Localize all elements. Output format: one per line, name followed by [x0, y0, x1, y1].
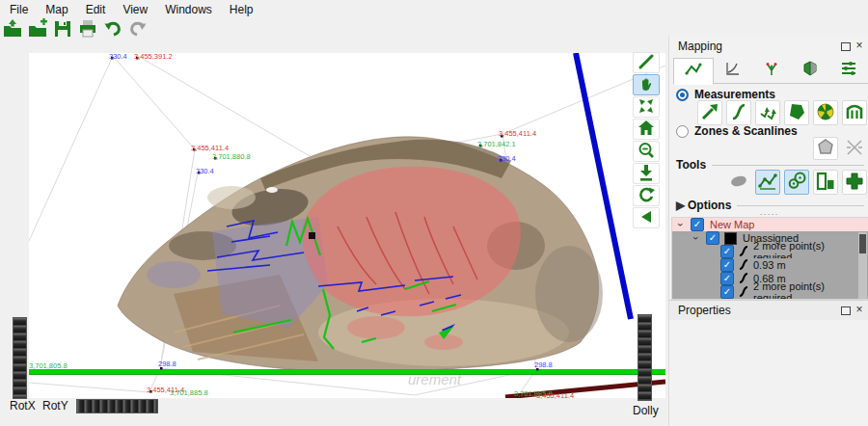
measurement-checkbox[interactable]: ✓: [720, 272, 734, 285]
new-map-checkbox[interactable]: ✓: [691, 218, 704, 231]
tree-row-new-map[interactable]: › ✓ New Map: [672, 218, 868, 231]
undo-button[interactable]: [101, 19, 124, 41]
disc-fit-button[interactable]: [813, 100, 838, 125]
layout-tool-button[interactable]: [813, 170, 838, 195]
rotate-view-button[interactable]: [633, 185, 660, 206]
tab-measurements[interactable]: [673, 58, 714, 85]
polygon-area-button[interactable]: [784, 100, 809, 125]
dolly-label: Dolly: [633, 404, 659, 417]
zones-label: Zones & Scanlines: [694, 124, 798, 138]
menu-help[interactable]: Help: [221, 1, 262, 18]
menu-windows[interactable]: Windows: [156, 1, 221, 18]
scanline-cross-button[interactable]: [842, 137, 867, 160]
section-tool-button[interactable]: [755, 170, 780, 195]
pencil-icon: [637, 52, 656, 74]
gears-icon: [786, 171, 807, 195]
tree-scrollbar[interactable]: [858, 232, 867, 299]
mapping-panel-header: Mapping ×: [669, 37, 868, 56]
redo-icon: [127, 18, 149, 42]
rotx-label: RotX: [10, 399, 36, 413]
measurements-radio-row[interactable]: Measurements: [676, 88, 775, 101]
home-icon: [637, 119, 656, 141]
pan-button[interactable]: [633, 74, 660, 95]
tab-stereonet[interactable]: [714, 58, 752, 84]
sliders-icon: [840, 60, 857, 81]
measurements-label: Measurements: [694, 88, 775, 101]
tab-model[interactable]: [791, 58, 829, 84]
tree-scrollbar-thumb[interactable]: [859, 234, 866, 253]
print-button[interactable]: [76, 19, 99, 41]
scanline-icon: [685, 61, 702, 82]
roty-label: RotY: [42, 399, 68, 413]
curve-measure-icon: [738, 245, 749, 259]
tree-row-measurement[interactable]: ✓ 0.93 m: [672, 258, 868, 272]
coord-label: 3,701,805.8: [29, 362, 68, 370]
menu-view[interactable]: View: [114, 1, 156, 18]
add-tool-button[interactable]: [842, 170, 867, 195]
float-panel-icon[interactable]: [841, 306, 851, 315]
zones-radio-row[interactable]: Zones & Scanlines: [676, 124, 798, 138]
crossed-lines-icon: [844, 137, 865, 161]
rectangles-icon: [815, 171, 836, 195]
zigzag-arrows-icon: [757, 101, 778, 125]
tab-settings[interactable]: [829, 58, 868, 84]
close-panel-icon[interactable]: ×: [854, 303, 865, 316]
coord-label: 298.8: [534, 361, 553, 369]
measurement-checkbox[interactable]: ✓: [720, 258, 734, 272]
tree-row-measurement[interactable]: ✓ 2 more point(s) required.: [672, 245, 868, 258]
redo-button[interactable]: [126, 19, 149, 41]
measurement-checkbox[interactable]: ✓: [720, 285, 734, 299]
dolly-slider[interactable]: [637, 314, 652, 401]
chevron-down-icon[interactable]: ›: [691, 233, 702, 243]
measurement-label: 0.93 m: [753, 259, 786, 271]
trace-curve-button[interactable]: [726, 100, 751, 125]
float-panel-icon[interactable]: [841, 42, 851, 51]
hand-icon: [637, 74, 656, 96]
ne-arrow-icon: [699, 101, 720, 125]
gray-pentagon-icon: [815, 137, 836, 161]
rotxy-slider[interactable]: [76, 399, 158, 413]
save-button[interactable]: [51, 19, 74, 41]
menu-file[interactable]: File: [0, 1, 37, 18]
curve-measure-icon: [738, 272, 749, 286]
application-window: File Map Edit View Windows Help: [0, 0, 868, 426]
measurements-radio[interactable]: [676, 89, 689, 101]
lineation-button[interactable]: [755, 100, 780, 125]
coord-label: 3,455,411.4: [191, 145, 229, 152]
coord-label: 3,701,885.8: [170, 389, 208, 397]
color-swatch[interactable]: [724, 232, 737, 245]
draw-line-button[interactable]: [633, 52, 660, 73]
measurement-label: 2 more point(s) required.: [753, 280, 868, 300]
tree-row-measurement[interactable]: ✓ 2 more point(s) required.: [672, 285, 868, 299]
span-measure-button[interactable]: [842, 100, 867, 125]
chevron-down-icon[interactable]: ›: [675, 220, 687, 229]
map-tree: › ✓ New Map › ✓ Unassigned ✓ 2 more poin…: [671, 217, 868, 300]
menu-edit[interactable]: Edit: [77, 1, 115, 18]
scene-canvas: urement: [29, 53, 665, 398]
magnifier-minus-icon: [637, 141, 656, 163]
tools-section-label: Tools: [676, 158, 706, 172]
auto-detect-tool-button[interactable]: [784, 170, 809, 195]
polygon-icon: [786, 101, 807, 125]
menu-map[interactable]: Map: [37, 1, 76, 18]
export-view-button[interactable]: [633, 163, 660, 184]
import-button[interactable]: [26, 19, 49, 41]
measurement-checkbox[interactable]: ✓: [720, 245, 734, 258]
curve-measure-icon: [738, 258, 749, 273]
home-view-button[interactable]: [633, 119, 660, 140]
close-panel-icon[interactable]: ×: [854, 39, 865, 52]
zone-polygon-button[interactable]: [813, 137, 838, 160]
previous-view-button[interactable]: [633, 207, 660, 228]
ellipse-tool-button[interactable]: [726, 170, 751, 195]
mapping-panel: Mapping × Measurements: [668, 37, 868, 426]
tab-vegetation[interactable]: [752, 58, 791, 84]
orientation-arrow-button[interactable]: [697, 100, 722, 125]
zoom-extents-button[interactable]: [633, 96, 660, 118]
coord-label: 298.8: [158, 360, 176, 368]
unassigned-checkbox[interactable]: ✓: [706, 231, 719, 245]
zones-radio[interactable]: [676, 125, 689, 138]
left-rotation-slider[interactable]: [13, 317, 27, 399]
open-project-button[interactable]: [1, 19, 24, 41]
zoom-out-button[interactable]: [633, 141, 660, 162]
viewport-3d[interactable]: urement 330.4 3,455,391.2 3,455,411.4 3,…: [29, 53, 665, 398]
